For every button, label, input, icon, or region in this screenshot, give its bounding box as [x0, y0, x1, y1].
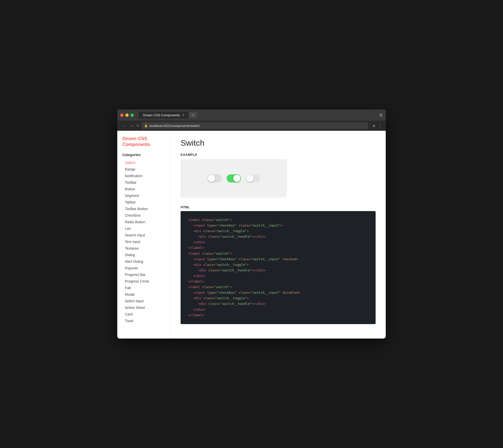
- switch-checked[interactable]: [227, 174, 241, 182]
- sidebar-item-switch[interactable]: Switch: [117, 159, 170, 166]
- traffic-lights: [120, 114, 134, 117]
- categories-label: Categories: [117, 153, 170, 159]
- switch-toggle-disabled: [246, 174, 260, 182]
- page-content: Onsen CSS Components Categories Switch R…: [117, 131, 386, 339]
- switch-handle-disabled: [246, 175, 254, 182]
- code-line-10: <div class="switch__handle"></div>: [188, 268, 368, 273]
- switch-disabled: [246, 174, 260, 182]
- browser-menu-button[interactable]: ⋮: [378, 123, 383, 129]
- browser-window: Onsen CSS Components ✕ + ⚙ ← → ↻ 🔒 local…: [117, 109, 386, 339]
- address-bar: ← → ↻ 🔒 localhost:4321/components/switch…: [117, 121, 386, 131]
- window-menu-icon[interactable]: ⚙: [379, 113, 383, 118]
- sidebar-item-notification[interactable]: Notification: [117, 173, 170, 179]
- sidebar-item-select-input[interactable]: Select Input: [117, 298, 170, 304]
- code-line-12: </label>: [188, 279, 368, 284]
- code-line-8: <input type="checkbox" class="switch__in…: [188, 256, 368, 262]
- code-line-16: <div class="switch__handle"></div>: [188, 301, 368, 307]
- sidebar-item-action-sheet[interactable]: Action Sheet: [117, 304, 170, 311]
- maximize-button[interactable]: [130, 114, 134, 117]
- sidebar-item-toolbar-button[interactable]: Toolbar Button: [117, 206, 170, 212]
- sidebar-logo: Onsen CSS Components: [117, 136, 170, 153]
- sidebar-item-range[interactable]: Range: [117, 166, 170, 173]
- back-button[interactable]: ←: [120, 122, 126, 129]
- url-bar[interactable]: 🔒 localhost:4321/components/switch: [142, 122, 368, 129]
- code-line-13: <label class="switch">: [188, 284, 368, 290]
- refresh-button[interactable]: ↻: [137, 124, 140, 128]
- sidebar-item-radio-button[interactable]: Radio Button: [117, 219, 170, 225]
- sidebar-item-checkbox[interactable]: Checkbox: [117, 212, 170, 219]
- sidebar-item-card[interactable]: Card: [117, 311, 170, 318]
- sidebar-item-button[interactable]: Button: [117, 186, 170, 192]
- main-content: Switch Example: [170, 131, 386, 339]
- switch-toggle-unchecked: [207, 174, 222, 182]
- code-line-4: <div class="switch__handle"></div>: [188, 234, 368, 239]
- minimize-button[interactable]: [125, 114, 129, 117]
- bookmark-icon[interactable]: ★: [372, 123, 376, 128]
- tab-title: Onsen CSS Components: [143, 113, 180, 117]
- code-line-2: <input type="checkbox" class="switch__in…: [188, 223, 368, 228]
- switch-handle-checked: [233, 175, 240, 182]
- sidebar-item-modal[interactable]: Modal: [117, 291, 170, 298]
- code-line-7: <label class="switch">: [188, 251, 368, 256]
- forward-button[interactable]: →: [128, 122, 134, 129]
- sidebar-item-segment[interactable]: Segment: [117, 192, 170, 199]
- sidebar-item-text-input[interactable]: Text Input: [117, 238, 170, 245]
- code-line-17: </div>: [188, 307, 368, 312]
- lock-icon: 🔒: [144, 124, 148, 127]
- switch-toggle-checked: [227, 174, 241, 182]
- switch-unchecked[interactable]: [207, 174, 222, 182]
- page-title: Switch: [181, 138, 376, 148]
- example-label: Example: [181, 153, 376, 157]
- code-line-6: </label>: [188, 245, 368, 251]
- switch-handle-unchecked: [208, 175, 215, 182]
- code-line-14: <input type="checkbox" class="switch__in…: [188, 290, 368, 295]
- code-line-11: </div>: [188, 273, 368, 279]
- sidebar-item-popover[interactable]: Popover: [117, 265, 170, 271]
- title-bar: Onsen CSS Components ✕ + ⚙: [117, 109, 386, 121]
- code-line-3: <div class="switch__toggle">: [188, 228, 368, 234]
- sidebar-item-dialog[interactable]: Dialog: [117, 252, 170, 258]
- new-tab-button[interactable]: +: [189, 112, 197, 118]
- code-line-9: <div class="switch__toggle">: [188, 262, 368, 268]
- code-line-1: <label class="switch">: [188, 217, 368, 223]
- sidebar-item-progress-circle[interactable]: Progress Circle: [117, 278, 170, 285]
- sidebar-item-progress-bar[interactable]: Progress Bar: [117, 271, 170, 278]
- sidebar-item-alert-dialog[interactable]: Alert Dialog: [117, 258, 170, 265]
- html-section-label: HTML: [181, 205, 376, 209]
- sidebar-item-fab[interactable]: Fab: [117, 285, 170, 291]
- code-block: <label class="switch"> <input type="chec…: [181, 211, 376, 324]
- tab-area: Onsen CSS Components ✕ +: [139, 112, 377, 119]
- sidebar-item-toast[interactable]: Toast: [117, 318, 170, 324]
- code-line-15: <div class="switch__toggle">: [188, 295, 368, 301]
- sidebar-item-tabbar[interactable]: Tabbar: [117, 199, 170, 206]
- sidebar-item-textarea[interactable]: Textarea: [117, 245, 170, 252]
- url-text: localhost:4321/components/switch: [149, 124, 200, 128]
- example-box: [181, 159, 287, 198]
- tab-close-button[interactable]: ✕: [182, 113, 184, 117]
- close-button[interactable]: [120, 114, 124, 117]
- code-line-5: </div>: [188, 239, 368, 245]
- sidebar-item-toolbar[interactable]: Toolbar: [117, 179, 170, 186]
- active-tab[interactable]: Onsen CSS Components ✕: [139, 112, 188, 119]
- sidebar: Onsen CSS Components Categories Switch R…: [117, 131, 170, 339]
- sidebar-item-list[interactable]: List: [117, 225, 170, 232]
- code-line-18: </label>: [188, 312, 368, 318]
- sidebar-item-search-input[interactable]: Search Input: [117, 232, 170, 238]
